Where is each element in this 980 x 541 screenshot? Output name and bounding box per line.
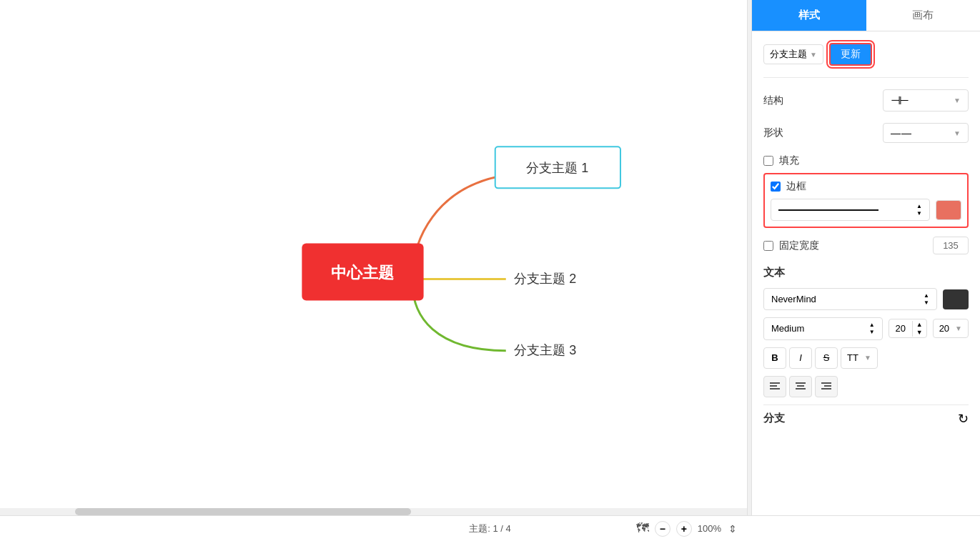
- align-center-icon: [795, 382, 806, 392]
- panel-content: 分支主题 ▼ 更新 结构 ⊣⊢ ▼ 形状: [752, 31, 980, 515]
- font-weight-select[interactable]: Medium ▲ ▼: [763, 317, 883, 339]
- align-right-icon: [821, 382, 832, 392]
- border-line-arrows: ▲ ▼: [916, 203, 922, 217]
- map-icon[interactable]: 🗺: [636, 521, 649, 536]
- border-section: 边框 ▲ ▼: [763, 173, 969, 228]
- canvas-area[interactable]: 中心主题 分支主题 1 分支主题 2 分支主题 3: [0, 0, 747, 515]
- svg-text:分支主题 1: 分支主题 1: [526, 161, 588, 175]
- style-dropdown[interactable]: 分支主题 ▼: [763, 44, 823, 64]
- border-line-down[interactable]: ▼: [916, 210, 922, 217]
- border-line-up[interactable]: ▲: [916, 203, 922, 210]
- weight-down[interactable]: ▼: [869, 329, 875, 336]
- border-label[interactable]: 边框: [786, 180, 806, 193]
- border-line-preview: [778, 209, 878, 211]
- font-size-value: 20: [889, 319, 912, 337]
- font-size-control: 20 ▲ ▼: [889, 319, 927, 338]
- topic-count: 主题: 1 / 4: [469, 522, 511, 535]
- font-size-dropdown[interactable]: 20 ▼: [933, 319, 969, 338]
- mindmap-svg: 中心主题 分支主题 1 分支主题 2 分支主题 3: [0, 0, 747, 515]
- next-section-title: 分支: [763, 412, 785, 425]
- font-name-select[interactable]: NeverMind ▲ ▼: [763, 288, 937, 310]
- align-right-button[interactable]: [815, 376, 838, 397]
- shape-chevron: ▼: [954, 129, 961, 137]
- fixed-width-checkbox[interactable]: [763, 241, 773, 251]
- right-panel: 样式 画布 分支主题 ▼ 更新 结构 ⊣⊢ ▼: [751, 0, 980, 515]
- status-bar: 主题: 1 / 4 🗺 − + 100% ⇕: [0, 515, 980, 541]
- section-divider: 分支 ↻: [763, 404, 969, 427]
- fixed-width-value: 135: [933, 237, 969, 254]
- weight-arrows: ▲ ▼: [869, 322, 875, 335]
- fixed-width-row: 固定宽度 135: [763, 237, 969, 254]
- structure-control: ⊣⊢ ▼: [806, 89, 969, 111]
- tt-button[interactable]: TT ▼: [841, 347, 878, 369]
- weight-up[interactable]: ▲: [869, 322, 875, 329]
- border-checkbox[interactable]: [771, 182, 781, 192]
- align-left-icon: [769, 382, 781, 392]
- shape-line-icon: ——: [891, 127, 912, 139]
- update-button[interactable]: 更新: [829, 43, 872, 66]
- scrollbar-thumb[interactable]: [75, 508, 411, 515]
- style-selector-row: 分支主题 ▼ 更新: [763, 43, 969, 78]
- zoom-arrows[interactable]: ⇕: [728, 523, 737, 535]
- font-down-arrow[interactable]: ▼: [924, 299, 929, 307]
- next-section-expand[interactable]: ↻: [958, 411, 969, 427]
- svg-text:中心主题: 中心主题: [331, 264, 394, 282]
- structure-chevron: ▼: [954, 96, 961, 104]
- zoom-controls: 🗺 − + 100% ⇕: [636, 521, 737, 537]
- align-buttons-row: [763, 376, 969, 397]
- structure-icon: ⊣⊢: [891, 94, 908, 107]
- panel-tabs: 样式 画布: [752, 0, 980, 31]
- style-dropdown-label: 分支主题: [770, 48, 807, 61]
- font-size-dropdown-chevron: ▼: [955, 324, 962, 332]
- font-name-value: NeverMind: [771, 294, 816, 304]
- tt-chevron: ▼: [864, 354, 871, 362]
- font-name-row: NeverMind ▲ ▼: [763, 288, 969, 310]
- shape-row: 形状 —— ▼: [763, 123, 969, 143]
- tt-label: TT: [847, 352, 858, 363]
- svg-text:分支主题 3: 分支主题 3: [514, 343, 576, 357]
- fill-checkbox[interactable]: [763, 156, 773, 166]
- svg-text:分支主题 2: 分支主题 2: [514, 272, 576, 286]
- style-dropdown-chevron: ▼: [810, 51, 817, 59]
- canvas-scrollbar[interactable]: [0, 508, 747, 515]
- structure-label: 结构: [763, 94, 806, 107]
- bold-button[interactable]: B: [763, 347, 786, 369]
- zoom-plus-button[interactable]: +: [676, 521, 692, 537]
- zoom-level: 100%: [698, 523, 721, 534]
- font-up-arrow[interactable]: ▲: [924, 292, 929, 299]
- shape-control: —— ▼: [806, 123, 969, 143]
- font-weight-value: Medium: [771, 323, 804, 334]
- tab-style[interactable]: 样式: [752, 0, 866, 31]
- border-line-selector[interactable]: ▲ ▼: [771, 199, 930, 221]
- fill-checkbox-row: 填充: [763, 154, 969, 167]
- size-down-arrow[interactable]: ▼: [913, 329, 926, 337]
- border-inner-row: ▲ ▼: [771, 199, 961, 221]
- structure-row: 结构 ⊣⊢ ▼: [763, 89, 969, 111]
- align-center-button[interactable]: [789, 376, 812, 397]
- fixed-width-label[interactable]: 固定宽度: [779, 239, 933, 252]
- fill-label[interactable]: 填充: [779, 154, 799, 167]
- structure-dropdown[interactable]: ⊣⊢ ▼: [883, 89, 969, 111]
- font-color-swatch[interactable]: [943, 289, 969, 309]
- shape-label: 形状: [763, 126, 806, 139]
- zoom-minus-button[interactable]: −: [655, 521, 670, 537]
- border-color-swatch[interactable]: [936, 200, 961, 220]
- format-buttons-row: B I S TT ▼: [763, 347, 969, 369]
- size-arrows: ▲ ▼: [912, 321, 926, 337]
- font-name-arrows: ▲ ▼: [924, 292, 929, 306]
- font-size-dropdown-label: 20: [939, 323, 949, 334]
- italic-button[interactable]: I: [789, 347, 812, 369]
- text-section-title: 文本: [763, 266, 969, 279]
- shape-dropdown[interactable]: —— ▼: [883, 123, 969, 143]
- align-left-button[interactable]: [763, 376, 786, 397]
- font-size-row: Medium ▲ ▼ 20 ▲ ▼ 20 ▼: [763, 317, 969, 339]
- strikethrough-button[interactable]: S: [815, 347, 838, 369]
- border-checkbox-row: 边框: [771, 180, 961, 193]
- tab-canvas[interactable]: 画布: [866, 0, 981, 31]
- size-up-arrow[interactable]: ▲: [913, 321, 926, 329]
